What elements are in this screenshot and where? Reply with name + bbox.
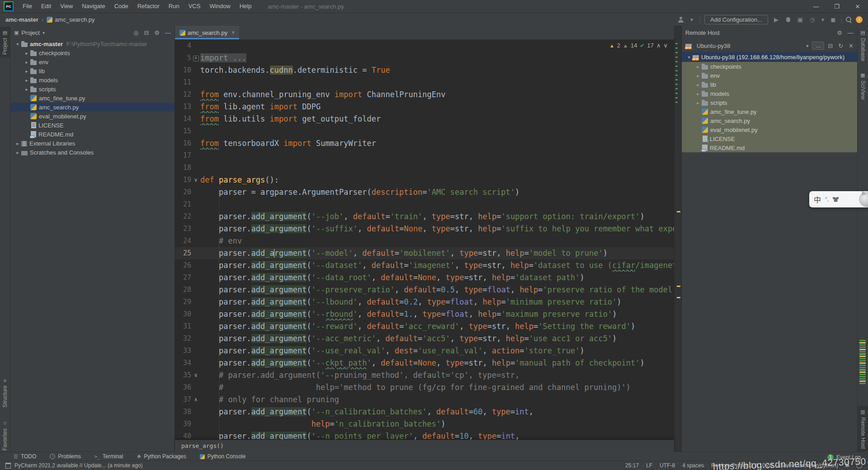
ime-skin-icon[interactable] — [833, 197, 839, 202]
menu-code[interactable]: Code — [110, 0, 133, 13]
code-line[interactable]: 11 — [175, 76, 674, 89]
server-dropdown-icon[interactable]: ▾ — [806, 43, 808, 48]
code-line[interactable]: 25 parser.add_argument('--model', defaul… — [175, 247, 674, 259]
chevron-right-icon[interactable]: ▸ — [694, 91, 702, 96]
code-line[interactable]: 4 — [175, 40, 674, 52]
code-line[interactable]: 28 parser.add_argument('--preserve_ratio… — [175, 284, 674, 296]
toolwindow-toggle-icon[interactable] — [5, 463, 11, 469]
code-line[interactable]: 35∨ # parser.add_argument('--pruning_met… — [175, 369, 674, 381]
editor-tab-amc-search[interactable]: amc_search.py × — [175, 26, 239, 39]
chevron-down-icon[interactable]: ▾ — [685, 55, 693, 60]
code-line[interactable]: 27 parser.add_argument('--data_root', de… — [175, 272, 674, 284]
tree-row-scripts[interactable]: ▸scripts — [10, 85, 175, 94]
chevron-right-icon[interactable]: ▸ — [14, 150, 21, 155]
profiler-icon[interactable]: ◷ — [808, 16, 816, 23]
menu-window[interactable]: Window — [205, 0, 235, 13]
file-encoding[interactable]: UTF-8 — [660, 462, 675, 469]
tree-row-amc-fine-tune-py[interactable]: amc_fine_tune.py — [10, 94, 175, 103]
stop-icon[interactable]: ◼ — [829, 16, 837, 23]
code-line[interactable]: 21 — [175, 198, 674, 211]
tree-row-license[interactable]: LICENSE — [682, 134, 857, 143]
tree-row-license[interactable]: LICENSE — [10, 121, 175, 130]
next-problem-icon[interactable]: ∨ — [663, 42, 668, 49]
chevron-right-icon[interactable]: ▸ — [694, 73, 702, 78]
code-line[interactable]: 17 — [175, 150, 674, 162]
menu-refactor[interactable]: Refactor — [133, 0, 164, 13]
user-dropdown-icon[interactable]: ▾ — [688, 16, 696, 23]
code-line[interactable]: 30 parser.add_argument('--rbound', defau… — [175, 308, 674, 320]
chevron-right-icon[interactable]: ▸ — [23, 69, 30, 74]
maximize-button[interactable]: ❐ — [826, 0, 847, 13]
menu-run[interactable]: Run — [164, 0, 184, 13]
code-line[interactable]: 18 — [175, 162, 674, 174]
menu-view[interactable]: View — [56, 0, 77, 13]
tool-tab-remote-host[interactable]: ▥ Remote Host — [858, 406, 868, 452]
debug-icon[interactable] — [786, 17, 790, 22]
code-line[interactable]: 5+import ... — [175, 52, 674, 64]
chevron-right-icon[interactable]: ▸ — [23, 51, 30, 56]
profiler-dropdown-icon[interactable]: ▾ — [821, 16, 825, 23]
fold-expand-icon[interactable]: + — [193, 56, 199, 61]
tree-row-checkpoints[interactable]: ▸checkpoints — [682, 62, 857, 71]
hide-panel-icon[interactable]: — — [165, 29, 171, 36]
add-configuration-button[interactable]: Add Configuration... — [704, 15, 768, 24]
ime-toolbar[interactable]: 中 °, — [809, 191, 868, 207]
code-line[interactable]: 16from tensorboardX import SummaryWriter — [175, 137, 674, 150]
code-line[interactable]: 32 parser.add_argument('--acc_metric', d… — [175, 333, 674, 345]
tree-row-amc-search-py[interactable]: amc_search.py — [682, 116, 857, 125]
refresh-remote-icon[interactable]: ↻ — [838, 42, 843, 49]
tree-row-scratches-and-consoles[interactable]: ▸Scratches and Consoles — [10, 148, 175, 157]
tree-row-env[interactable]: ▸env — [682, 71, 857, 80]
locate-file-icon[interactable]: ◎ — [133, 29, 138, 36]
code-line[interactable]: 31 parser.add_argument('--reward', defau… — [175, 320, 674, 333]
tree-row-readme-md[interactable]: README.md — [682, 143, 857, 152]
panel-settings-icon[interactable]: ⚙ — [154, 29, 160, 36]
menu-navigate[interactable]: Navigate — [77, 0, 109, 13]
code-line[interactable]: 39 help='n_calibration_batches') — [175, 418, 674, 430]
project-panel-title[interactable]: Project — [21, 29, 39, 36]
indent-setting[interactable]: 4 spaces — [682, 462, 704, 469]
tree-row-ubuntu-py38-192-168-66-128-home-liyanpeng-pywork-[interactable]: ▾Ubuntu-py38 (192.168.66.128/home/liyanp… — [682, 52, 857, 62]
editor-error-stripe[interactable] — [674, 26, 681, 452]
code-line[interactable]: 15 — [175, 125, 674, 137]
code-line[interactable]: 13from lib.agent import DDPG — [175, 101, 674, 113]
breadcrumb-root[interactable]: amc-master — [5, 16, 38, 23]
tool-button-terminal[interactable]: >_Terminal — [94, 453, 123, 460]
tool-tab-sciview[interactable]: ▦ SciView — [858, 69, 868, 103]
chevron-right-icon[interactable]: ▸ — [694, 100, 702, 105]
code-line[interactable]: 29 parser.add_argument('--lbound', defau… — [175, 296, 674, 308]
server-selector[interactable]: Ubuntu-py38 ▾ — [685, 42, 808, 49]
fold-marker[interactable]: ∧ — [191, 394, 200, 406]
tree-row-checkpoints[interactable]: ▸checkpoints — [10, 48, 175, 57]
minimize-button[interactable]: — — [806, 0, 826, 13]
tree-row-lib[interactable]: ▸lib — [682, 80, 857, 89]
tool-button-python-packages[interactable]: ❖Python Packages — [137, 453, 186, 460]
run-icon[interactable]: ▶ — [772, 16, 780, 23]
chevron-right-icon[interactable]: ▸ — [694, 64, 702, 69]
tree-row-models[interactable]: ▸models — [10, 75, 175, 85]
tree-row-readme-md[interactable]: README.md — [10, 130, 175, 139]
chevron-right-icon[interactable]: ▸ — [23, 87, 30, 92]
chevron-right-icon[interactable]: ▸ — [694, 82, 702, 87]
tool-tab-favorites[interactable]: ☆ Favorites — [0, 417, 10, 454]
code-line[interactable]: 24 # env — [175, 235, 674, 247]
code-line[interactable]: 36 # help='method to prune (fg/cp for fi… — [175, 381, 674, 394]
tree-row-external-libraries[interactable]: ▸External Libraries — [10, 139, 175, 148]
tree-row-eval-mobilenet-py[interactable]: eval_mobilenet.py — [10, 112, 175, 121]
tree-row-lib[interactable]: ▸lib — [10, 66, 175, 75]
code-line[interactable]: 19∨def parse_args(): — [175, 174, 674, 186]
project-view-dropdown-icon[interactable]: ▾ — [42, 30, 45, 35]
search-everywhere-icon[interactable] — [846, 17, 852, 23]
tool-button-todo[interactable]: ☰TODO — [14, 453, 36, 460]
caret-position[interactable]: 25:17 — [625, 462, 639, 469]
tool-tab-project[interactable]: ▤ Project — [0, 27, 10, 58]
tool-tab-structure[interactable]: ≡ Structure — [0, 375, 10, 411]
tool-tab-database[interactable]: ▤ Database — [858, 27, 868, 64]
tool-button-python-console[interactable]: Python Console — [200, 453, 246, 460]
code-line[interactable]: 33 parser.add_argument('--use_real_val',… — [175, 345, 674, 357]
remote-settings-icon[interactable]: ⚙ — [837, 29, 842, 36]
code-line[interactable]: 38 parser.add_argument('--n_calibration_… — [175, 406, 674, 418]
close-button[interactable]: ✕ — [847, 0, 868, 13]
ime-punctuation-indicator[interactable]: °, — [825, 196, 829, 202]
menu-vcs[interactable]: VCS — [184, 0, 205, 13]
